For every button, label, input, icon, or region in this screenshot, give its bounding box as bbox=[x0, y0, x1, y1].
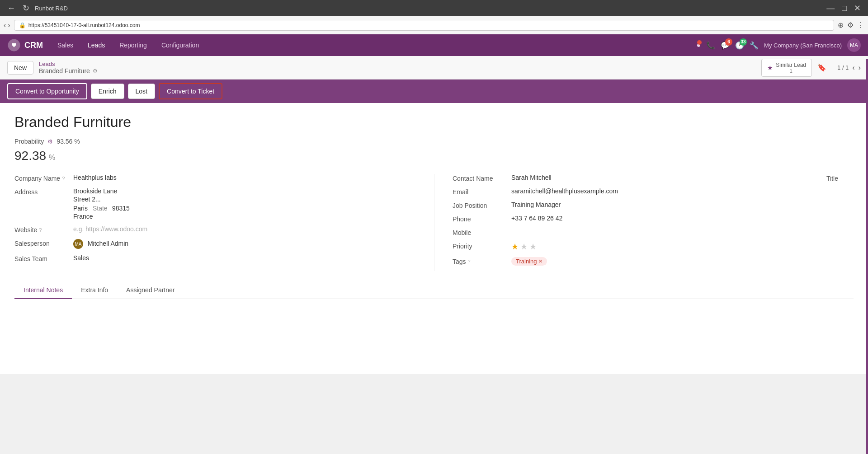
breadcrumb-current: Branded Furniture ⚙ bbox=[39, 67, 98, 75]
form-section: Company Name ? Healthplus labs Address B… bbox=[14, 174, 854, 271]
email-value[interactable]: saramitchell@healthplusexample.com bbox=[511, 187, 854, 195]
browser-search[interactable]: ⊕ bbox=[838, 21, 844, 29]
back-button[interactable]: ← bbox=[5, 4, 17, 12]
phone-label: Phone bbox=[453, 215, 511, 223]
address-country[interactable]: France bbox=[73, 213, 130, 220]
bookmark-button[interactable]: 🔖 bbox=[817, 63, 826, 72]
company-name-value[interactable]: Healthplus labs bbox=[73, 174, 416, 181]
star-1[interactable]: ★ bbox=[511, 242, 519, 252]
browser-menu[interactable]: ⋮ bbox=[857, 21, 864, 29]
convert-ticket-button[interactable]: Convert to Ticket bbox=[159, 83, 222, 99]
user-avatar[interactable]: MA bbox=[847, 38, 861, 52]
star-3[interactable]: ★ bbox=[529, 242, 537, 252]
header-right: ● 📞 💬 6 🕐 33 🔧 My Company (San Francisco… bbox=[696, 38, 861, 52]
salesperson-label: Salesperson bbox=[14, 239, 73, 247]
tags-help-icon[interactable]: ? bbox=[468, 259, 471, 264]
enrich-button[interactable]: Enrich bbox=[91, 84, 124, 99]
window-controls: — □ ✕ bbox=[825, 4, 863, 12]
contact-name-label: Contact Name bbox=[453, 174, 511, 182]
probability-percent-row: 92.38 % bbox=[14, 149, 854, 163]
address-label: Address bbox=[14, 187, 73, 196]
address-field: Address Brookside Lane Street 2... Paris… bbox=[14, 187, 416, 220]
company-name: My Company (San Francisco) bbox=[764, 42, 842, 49]
next-button[interactable]: › bbox=[859, 64, 861, 72]
app-name: CRM bbox=[24, 41, 43, 50]
browser-forward[interactable]: › bbox=[8, 21, 10, 29]
salesperson-value[interactable]: MA Mitchell Admin bbox=[73, 239, 416, 249]
star-2[interactable]: ★ bbox=[520, 242, 528, 252]
website-label: Website ? bbox=[14, 225, 73, 234]
mobile-label: Mobile bbox=[453, 228, 511, 236]
address-zip[interactable]: 98315 bbox=[112, 205, 130, 212]
lost-button[interactable]: Lost bbox=[128, 84, 155, 99]
app-header: CRM Sales Leads Reporting Configuration … bbox=[0, 34, 868, 56]
sales-team-value[interactable]: Sales bbox=[73, 254, 416, 262]
browser-back[interactable]: ‹ bbox=[4, 21, 6, 29]
settings-gear-icon[interactable]: ⚙ bbox=[93, 68, 98, 74]
sales-team-label: Sales Team bbox=[14, 254, 73, 262]
contact-name-field: Contact Name Sarah Mitchell Title bbox=[453, 174, 854, 182]
new-button[interactable]: New bbox=[7, 61, 33, 75]
pagination-controls: 1 / 1 ‹ › bbox=[837, 64, 861, 72]
probability-row: Probability ⚙ 93.56 % bbox=[14, 138, 854, 145]
minimize-button[interactable]: — bbox=[825, 4, 836, 12]
nav-configuration[interactable]: Configuration bbox=[154, 34, 206, 56]
browser-bar: ‹ › 🔒 https://53451040-17-0-all.runbot12… bbox=[0, 16, 868, 34]
address-city[interactable]: Paris bbox=[73, 205, 91, 212]
nav-sales[interactable]: Sales bbox=[50, 34, 80, 56]
app-nav: Sales Leads Reporting Configuration bbox=[50, 34, 696, 56]
job-position-value[interactable]: Training Manager bbox=[511, 201, 854, 208]
tab-extra-info[interactable]: Extra Info bbox=[72, 282, 117, 299]
address-line1[interactable]: Brookside Lane bbox=[73, 187, 130, 195]
notification-badge bbox=[697, 40, 702, 45]
tag-label: Training bbox=[516, 258, 537, 265]
phone-button[interactable]: 📞 bbox=[706, 41, 715, 50]
form-right: Contact Name Sarah Mitchell Title Email … bbox=[434, 174, 854, 271]
messages-button[interactable]: 💬 6 bbox=[721, 41, 730, 50]
similar-lead-label: Similar Lead bbox=[776, 62, 806, 68]
mobile-field: Mobile bbox=[453, 228, 854, 236]
notification-button[interactable]: ● bbox=[696, 41, 701, 49]
website-value[interactable]: e.g. https://www.odoo.com bbox=[73, 225, 416, 233]
refresh-button[interactable]: ↻ bbox=[21, 4, 31, 12]
nav-leads[interactable]: Leads bbox=[80, 34, 112, 56]
convert-opportunity-button[interactable]: Convert to Opportunity bbox=[7, 83, 87, 99]
website-help-icon[interactable]: ? bbox=[39, 227, 42, 233]
browser-extensions[interactable]: ⚙ bbox=[847, 21, 854, 29]
probability-value: 93.56 % bbox=[57, 138, 80, 145]
right-nav-line bbox=[866, 59, 868, 374]
company-name-field: Company Name ? Healthplus labs bbox=[14, 174, 416, 182]
browser-nav: ‹ › bbox=[4, 21, 10, 29]
tab-assigned-partner[interactable]: Assigned Partner bbox=[117, 282, 184, 299]
similar-lead-button[interactable]: ★ Similar Lead 1 bbox=[761, 59, 812, 77]
probability-pct: % bbox=[49, 154, 55, 162]
salesperson-field: Salesperson MA Mitchell Admin bbox=[14, 239, 416, 249]
previous-button[interactable]: ‹ bbox=[852, 64, 854, 72]
activities-button[interactable]: 🕐 33 bbox=[735, 41, 744, 50]
probability-gear-icon[interactable]: ⚙ bbox=[47, 138, 53, 145]
tag-remove-icon[interactable]: ✕ bbox=[538, 258, 542, 264]
probability-label: Probability bbox=[14, 138, 44, 145]
url-bar[interactable]: 🔒 https://53451040-17-0-all.runbot124.od… bbox=[14, 20, 834, 31]
tag-training: Training ✕ bbox=[511, 257, 547, 266]
job-position-label: Job Position bbox=[453, 201, 511, 209]
probability-number: 92.38 bbox=[14, 149, 46, 163]
company-name-help-icon[interactable]: ? bbox=[62, 176, 65, 181]
star-icon: ★ bbox=[767, 64, 773, 71]
maximize-button[interactable]: □ bbox=[840, 4, 849, 12]
address-line2[interactable]: Street 2... bbox=[73, 196, 130, 203]
lock-icon: 🔒 bbox=[19, 22, 26, 28]
address-state-label: State bbox=[93, 205, 110, 212]
settings-button[interactable]: 🔧 bbox=[750, 41, 759, 50]
title-label: Title bbox=[826, 174, 854, 182]
close-button[interactable]: ✕ bbox=[852, 4, 863, 12]
contact-name-value[interactable]: Sarah Mitchell bbox=[511, 174, 826, 181]
phone-icon: 📞 bbox=[706, 41, 715, 50]
priority-stars: ★ ★ ★ bbox=[511, 242, 537, 252]
sales-team-field: Sales Team Sales bbox=[14, 254, 416, 262]
phone-value[interactable]: +33 7 64 89 26 42 bbox=[511, 215, 854, 222]
tab-internal-notes[interactable]: Internal Notes bbox=[14, 282, 72, 299]
nav-reporting[interactable]: Reporting bbox=[112, 34, 154, 56]
breadcrumb-link[interactable]: Leads bbox=[39, 61, 98, 67]
company-name-label: Company Name ? bbox=[14, 174, 73, 182]
